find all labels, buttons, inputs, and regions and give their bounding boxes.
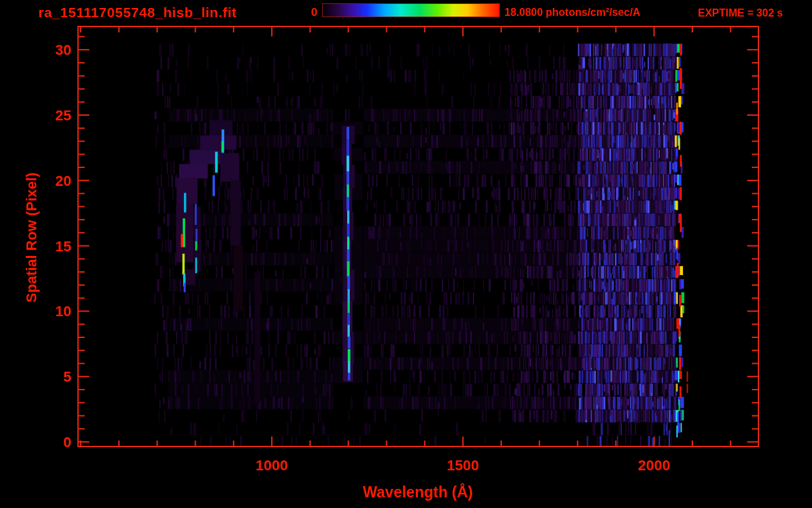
y-tick-label: 10 xyxy=(42,303,71,320)
colorbar-gradient xyxy=(322,3,500,17)
y-axis-title: Spatial Row (Pixel) xyxy=(23,157,40,318)
x-tick-label: 1000 xyxy=(248,457,296,474)
x-axis-title: Wavelength (Å) xyxy=(339,484,497,501)
x-tick-label: 1500 xyxy=(439,457,487,474)
y-tick-label: 5 xyxy=(42,368,71,386)
colorbar-max-label: 18.0800 photons/cm²/sec/A xyxy=(505,7,640,19)
y-tick-label: 0 xyxy=(42,434,71,451)
y-tick-label: 25 xyxy=(42,107,71,124)
x-tick-label: 2000 xyxy=(630,457,678,474)
file-title: ra_151117055748_hisb_lin.fit xyxy=(38,5,237,21)
colorbar-min-label: 0 xyxy=(286,6,317,19)
y-tick-label: 20 xyxy=(42,173,71,190)
spectrogram-canvas xyxy=(0,0,812,508)
y-tick-label: 15 xyxy=(42,238,71,255)
spectrogram-viewer: ra_151117055748_hisb_lin.fit 0 18.0800 p… xyxy=(0,0,812,508)
y-tick-label: 30 xyxy=(42,42,71,59)
exptime-label: EXPTIME = 302 s xyxy=(698,7,783,19)
